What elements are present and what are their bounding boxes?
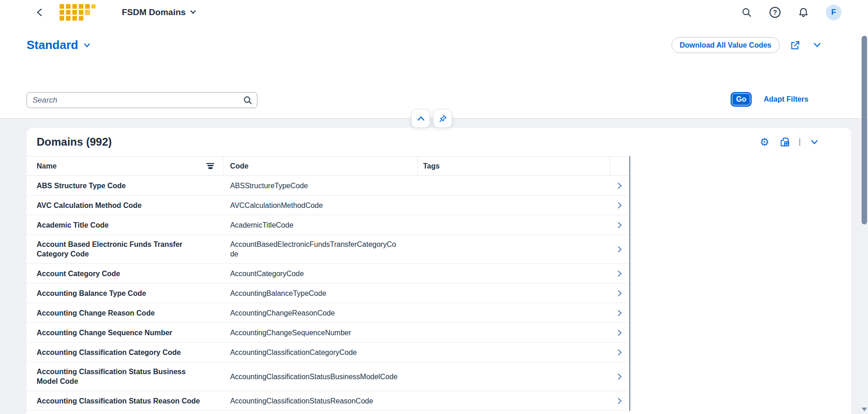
table-chevron-down-icon[interactable] bbox=[808, 136, 821, 148]
table-row[interactable]: Accounting Classification Status Busines… bbox=[27, 362, 629, 391]
row-chevron-icon[interactable] bbox=[610, 349, 629, 356]
domain-code: AccountCategoryCode bbox=[224, 264, 417, 283]
row-chevron-icon[interactable] bbox=[610, 310, 629, 316]
column-header-code[interactable]: Code bbox=[224, 157, 417, 175]
help-icon[interactable]: ? bbox=[769, 6, 781, 18]
table-title: Domains (992) bbox=[37, 136, 112, 148]
variant-chevron-down-icon bbox=[84, 43, 90, 48]
variant-selector[interactable]: Standard bbox=[27, 38, 90, 52]
search-input[interactable] bbox=[33, 96, 243, 105]
search-field bbox=[27, 92, 257, 108]
search-go-icon[interactable] bbox=[243, 96, 252, 105]
table-row[interactable]: ABS Structure Type Code ABSStructureType… bbox=[27, 176, 629, 196]
row-chevron-icon[interactable] bbox=[610, 246, 629, 253]
share-icon[interactable] bbox=[789, 39, 802, 52]
domain-name: Account Category Code bbox=[27, 264, 224, 283]
shell-bar: FSDM Domains ? F bbox=[0, 0, 868, 24]
title-chevron-down-icon bbox=[190, 10, 196, 14]
toolbar-separator bbox=[799, 138, 800, 146]
row-chevron-icon[interactable] bbox=[610, 222, 629, 229]
svg-text:?: ? bbox=[773, 9, 777, 16]
domain-name: Accounting Classification Status Reason … bbox=[27, 392, 224, 410]
company-logo bbox=[60, 4, 96, 21]
collapse-header-button[interactable] bbox=[411, 109, 430, 128]
sort-icon bbox=[206, 163, 214, 169]
table-row[interactable]: Accounting Change Sequence Number Accoun… bbox=[27, 323, 629, 343]
domain-name: AVC Calculation Method Code bbox=[27, 196, 224, 215]
pin-icon bbox=[438, 114, 448, 123]
row-chevron-icon[interactable] bbox=[610, 398, 629, 404]
row-chevron-icon[interactable] bbox=[610, 202, 629, 209]
table-row[interactable]: Account Based Electronic Funds Transfer … bbox=[27, 235, 629, 264]
table-row[interactable]: Academic Title Code AcademicTitleCode bbox=[27, 215, 629, 235]
domain-code: AccountingClassificationStatusReasonCode bbox=[224, 392, 417, 410]
settings-gear-icon[interactable]: ⚙ bbox=[758, 136, 771, 148]
domains-table: Name Code Tags ABS Structure Type Code A… bbox=[27, 156, 630, 411]
scrollbar-thumb[interactable] bbox=[862, 36, 867, 224]
domain-name: Account Based Electronic Funds Transfer … bbox=[27, 235, 224, 263]
row-chevron-icon[interactable] bbox=[610, 270, 629, 277]
table-row[interactable]: Accounting Balance Type Code AccountingB… bbox=[27, 283, 629, 303]
domain-code: AccountingChangeSequenceNumber bbox=[224, 323, 417, 342]
row-chevron-icon[interactable] bbox=[610, 373, 629, 380]
domain-name: ABS Structure Type Code bbox=[27, 176, 224, 195]
search-icon[interactable] bbox=[741, 6, 753, 18]
domain-name: Accounting Classification Category Code bbox=[27, 343, 224, 362]
column-header-name[interactable]: Name bbox=[27, 157, 224, 175]
table-row[interactable]: Accounting Classification Status Reason … bbox=[27, 391, 629, 411]
row-chevron-icon[interactable] bbox=[610, 290, 629, 297]
domain-name: Academic Title Code bbox=[27, 216, 224, 234]
domain-name: Accounting Balance Type Code bbox=[27, 284, 224, 303]
bell-icon[interactable] bbox=[797, 6, 809, 18]
domains-card: Domains (992) ⚙ Name Code Tags bbox=[27, 128, 851, 414]
domain-code: AccountingClassificationStatusBusinessMo… bbox=[224, 367, 417, 386]
domain-code: ABSStructureTypeCode bbox=[224, 176, 417, 195]
domain-name: Accounting Change Reason Code bbox=[27, 304, 224, 322]
scrollbar-down-arrow[interactable] bbox=[862, 408, 867, 411]
row-chevron-icon[interactable] bbox=[610, 182, 629, 189]
header-chevron-down-icon[interactable] bbox=[811, 39, 824, 52]
domain-name: Accounting Change Sequence Number bbox=[27, 323, 224, 342]
avatar[interactable]: F bbox=[826, 5, 841, 20]
page-title: FSDM Domains bbox=[122, 7, 186, 17]
domain-code: AccountingClassificationCategoryCode bbox=[224, 343, 417, 362]
table-row[interactable]: Accounting Classification Category Code … bbox=[27, 343, 629, 362]
vertical-scrollbar[interactable] bbox=[860, 0, 868, 414]
content-area: Domains (992) ⚙ Name Code Tags bbox=[0, 119, 860, 414]
variant-title: Standard bbox=[27, 38, 78, 52]
column-header-nav bbox=[610, 157, 629, 175]
app-title-menu[interactable]: FSDM Domains bbox=[122, 7, 196, 17]
domain-code: AccountingChangeReasonCode bbox=[224, 304, 417, 322]
domain-code: AVCCalculationMethodCode bbox=[224, 196, 417, 215]
table-row[interactable]: Account Category Code AccountCategoryCod… bbox=[27, 264, 629, 283]
domain-name: Accounting Classification Status Busines… bbox=[27, 362, 224, 391]
pin-header-button[interactable] bbox=[433, 109, 452, 128]
go-button[interactable]: Go bbox=[731, 92, 752, 107]
domain-code: AccountingBalanceTypeCode bbox=[224, 284, 417, 303]
domain-code: AccountBasedElectronicFundsTransferCateg… bbox=[224, 235, 417, 263]
table-row[interactable]: AVC Calculation Method Code AVCCalculati… bbox=[27, 196, 629, 215]
page-header: Standard Download All Value Codes Go Ada… bbox=[0, 24, 860, 119]
column-header-tags[interactable]: Tags bbox=[418, 157, 610, 175]
table-header-row: Name Code Tags bbox=[27, 156, 629, 176]
back-icon[interactable] bbox=[35, 8, 44, 17]
row-chevron-icon[interactable] bbox=[610, 329, 629, 336]
export-spreadsheet-icon[interactable] bbox=[779, 136, 792, 148]
domain-code: AcademicTitleCode bbox=[224, 216, 417, 234]
table-row[interactable]: Accounting Change Reason Code Accounting… bbox=[27, 303, 629, 323]
download-all-value-codes-button[interactable]: Download All Value Codes bbox=[671, 37, 780, 53]
adapt-filters-link[interactable]: Adapt Filters bbox=[764, 95, 808, 104]
